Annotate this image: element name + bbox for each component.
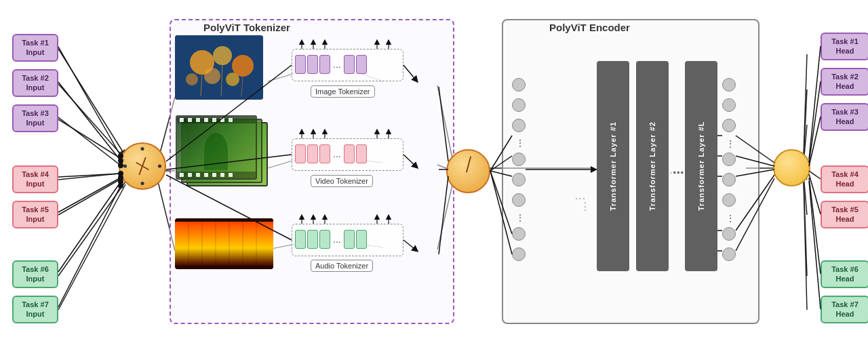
enc-circle-7 bbox=[512, 227, 526, 241]
svg-line-23 bbox=[804, 54, 807, 156]
output-mixing-node bbox=[773, 149, 810, 186]
enc-circle-4 bbox=[512, 153, 526, 166]
svg-line-106 bbox=[809, 117, 821, 166]
enc-dots: ⋮ bbox=[515, 138, 525, 148]
audio-token-box: ... bbox=[292, 224, 403, 256]
video-tokenizer-label: Video Tokenizer bbox=[311, 175, 373, 187]
task-7-head: Task #7Head bbox=[821, 296, 868, 323]
task-6-input: Task #6Input bbox=[12, 260, 58, 288]
out-circle-8 bbox=[722, 247, 736, 261]
svg-line-6 bbox=[58, 184, 125, 310]
svg-line-29 bbox=[804, 182, 807, 310]
svg-line-109 bbox=[809, 178, 821, 274]
encoder-section bbox=[502, 19, 760, 324]
task-5-input: Task #5Input bbox=[12, 201, 58, 228]
svg-line-50 bbox=[58, 47, 121, 156]
task-5-head: Task #5Head bbox=[821, 201, 868, 228]
svg-point-34 bbox=[213, 46, 232, 65]
svg-line-3 bbox=[58, 173, 125, 180]
svg-line-52 bbox=[58, 117, 121, 165]
svg-line-51 bbox=[58, 82, 121, 161]
diagram: ... ⋮ ⋮ Task #1Input Task #2Input Task #… bbox=[0, 0, 868, 339]
enc-circle-1 bbox=[512, 78, 526, 92]
out-circle-4 bbox=[722, 153, 736, 166]
out-circle-1 bbox=[722, 78, 736, 92]
svg-line-108 bbox=[809, 174, 821, 214]
task-4-input: Task #4Input bbox=[12, 165, 58, 193]
svg-line-2 bbox=[58, 119, 125, 161]
svg-point-37 bbox=[226, 73, 239, 86]
svg-line-105 bbox=[809, 81, 821, 163]
out-circle-5 bbox=[722, 173, 736, 186]
task-2-head: Task #2Head bbox=[821, 68, 868, 96]
svg-point-63 bbox=[118, 183, 123, 188]
task-1-head: Task #1Head bbox=[821, 33, 868, 60]
tokenizer-section-title: PolyViT Tokenizer bbox=[203, 22, 290, 33]
out-circle-6 bbox=[722, 193, 736, 207]
svg-line-104 bbox=[809, 46, 821, 159]
svg-line-1 bbox=[58, 84, 125, 159]
audio-tokenizer-label: Audio Tokenizer bbox=[311, 260, 373, 272]
svg-line-56 bbox=[58, 174, 121, 177]
out-dots-2: ⋮ bbox=[726, 213, 735, 224]
enc-circle-3 bbox=[512, 119, 526, 132]
image-token-box: ... bbox=[292, 49, 403, 81]
left-mixing-circle bbox=[119, 142, 166, 190]
task-1-input: Task #1Input bbox=[12, 34, 58, 62]
task-3-head: Task #3Head bbox=[821, 103, 868, 131]
transformer-layer-2: Transformer Layer #2 bbox=[636, 61, 669, 271]
svg-line-57 bbox=[58, 178, 121, 212]
svg-line-28 bbox=[804, 178, 807, 276]
task-3-input: Task #3Input bbox=[12, 104, 58, 132]
layer-dots: ... bbox=[673, 161, 684, 177]
out-circle-7 bbox=[722, 227, 736, 241]
svg-line-107 bbox=[809, 171, 821, 179]
svg-line-0 bbox=[58, 49, 125, 156]
svg-rect-43 bbox=[175, 222, 273, 266]
enc-circle-2 bbox=[512, 98, 526, 112]
svg-line-110 bbox=[809, 181, 821, 309]
task-2-input: Task #2Input bbox=[12, 69, 58, 97]
task-7-input: Task #7Input bbox=[12, 296, 58, 323]
enc-dots-2: ⋮ bbox=[515, 213, 525, 222]
enc-circle-5 bbox=[512, 173, 526, 186]
out-dots: ⋮ bbox=[726, 138, 735, 149]
svg-line-60 bbox=[58, 182, 121, 272]
enc-circle-8 bbox=[512, 247, 526, 261]
task-4-head: Task #4Head bbox=[821, 165, 868, 193]
video-frames bbox=[173, 115, 271, 197]
svg-line-61 bbox=[58, 186, 121, 307]
task-6-head: Task #6Head bbox=[821, 260, 868, 288]
audio-spectrogram bbox=[175, 218, 273, 269]
right-mixing-circle bbox=[446, 149, 490, 193]
svg-line-4 bbox=[58, 176, 125, 215]
svg-point-38 bbox=[186, 73, 198, 85]
svg-point-36 bbox=[204, 68, 220, 84]
transformer-layer-1: Transformer Layer #1 bbox=[597, 61, 629, 271]
image-tokenizer-label: Image Tokenizer bbox=[311, 85, 375, 98]
svg-line-5 bbox=[58, 182, 125, 276]
svg-line-24 bbox=[804, 89, 807, 159]
out-circle-2 bbox=[722, 98, 736, 112]
encoder-section-title: PolyViT Encoder bbox=[549, 22, 630, 33]
video-token-box: ... bbox=[292, 138, 403, 171]
jellyfish-image bbox=[175, 35, 263, 100]
out-circle-3 bbox=[722, 119, 736, 132]
transformer-layer-L: Transformer Layer #L bbox=[685, 61, 717, 271]
enc-circle-6 bbox=[512, 193, 526, 207]
